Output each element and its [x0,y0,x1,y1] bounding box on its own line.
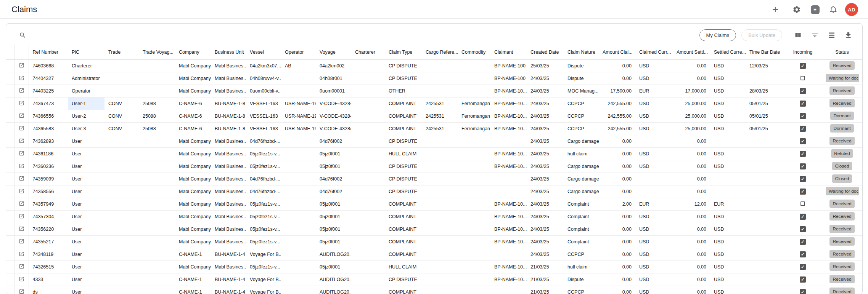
incoming-checkbox[interactable] [800,76,805,80]
cell-commodity [458,261,490,273]
incoming-checkbox[interactable]: ✓ [800,251,806,257]
open-claim-icon[interactable] [19,176,24,181]
column-header-business_unit[interactable]: Business Unit [211,45,246,60]
cell-amount_claimed: 0.00 [599,148,635,160]
column-header-claimed_currency[interactable]: Claimed Curr... [635,45,673,60]
cell-business_unit: Mabl Busines... [211,185,246,198]
open-claim-icon[interactable] [19,75,24,81]
cell-time_bar [746,135,784,148]
cell-amount_claimed: 0.00 [599,261,635,273]
open-claim-icon[interactable] [19,88,24,93]
cell-commodity [458,148,490,160]
open-claim-icon[interactable] [19,276,24,282]
cell-claimed_currency: USD [635,211,673,223]
cell-company: Mabl Company [175,60,211,72]
incoming-checkbox[interactable]: ✓ [800,163,806,169]
cell-status: Received [822,261,862,273]
column-header-claimant[interactable]: Claimant [490,45,527,60]
cell-voyage: V-CODE-43284 [316,123,351,135]
incoming-checkbox[interactable]: ✓ [800,88,806,94]
open-claim-icon[interactable] [19,251,24,257]
incoming-checkbox[interactable]: ✓ [800,63,806,69]
status-badge: Received [829,225,854,233]
open-claim-icon[interactable] [19,62,24,68]
notifications-bell-icon[interactable] [827,3,840,16]
open-claim-icon[interactable] [19,289,24,294]
sparkle-badge-icon[interactable]: ✦ [809,3,821,16]
cell-time_bar [746,185,784,198]
column-header-incoming[interactable]: Incoming [784,45,822,60]
incoming-checkbox[interactable] [800,201,805,206]
open-claim-icon[interactable] [19,238,24,244]
columns-icon[interactable] [791,29,804,41]
incoming-checkbox[interactable]: ✓ [800,151,806,157]
cell-amount_settled: 25,000.00 [673,123,710,135]
column-header-cargo_ref[interactable]: Cargo Refere... [422,45,458,60]
cell-status: Received [822,85,862,97]
column-header-operator[interactable]: Operator [281,45,316,60]
column-header-pic[interactable]: PiC [68,45,104,60]
incoming-checkbox[interactable]: ✓ [800,113,806,119]
column-header-ref[interactable]: Ref Number [29,45,68,60]
open-claim-icon[interactable] [19,125,24,131]
search-icon[interactable] [16,29,29,42]
column-header-commodity[interactable]: Commodity [458,45,490,60]
incoming-checkbox[interactable]: ✓ [800,226,806,232]
my-claims-button[interactable]: My Claims [699,29,736,41]
row-icon-cell [14,248,29,261]
column-header-created[interactable]: Created Date [527,45,564,60]
open-claim-icon[interactable] [19,113,24,118]
cell-trade_voyage [139,248,175,261]
avatar[interactable]: AD [845,3,858,16]
column-header-claim_type[interactable]: Claim Type [385,45,422,60]
cell-amount_settled: 0.00 [673,72,710,85]
open-claim-icon[interactable] [19,213,24,219]
column-header-amount_claimed[interactable]: Amount Clai... [599,45,635,60]
cell-status: Received [822,60,862,72]
row-spacer [6,72,14,85]
open-claim-icon[interactable] [19,264,24,269]
incoming-checkbox[interactable]: ✓ [800,176,806,182]
incoming-checkbox[interactable]: ✓ [800,214,806,220]
cell-commodity [458,173,490,185]
download-icon[interactable] [842,29,855,41]
incoming-checkbox[interactable]: ✓ [800,126,806,132]
cell-claim_type: COMPLAINT [385,236,422,248]
column-header-company[interactable]: Company [175,45,211,60]
column-header-status[interactable]: Status [822,45,862,60]
column-header-charterer[interactable]: Charterer [351,45,385,60]
open-claim-icon[interactable] [19,163,24,169]
open-claim-icon[interactable] [19,226,24,232]
incoming-checkbox[interactable]: ✓ [800,289,806,294]
open-claim-icon[interactable] [19,150,24,156]
bulk-update-button[interactable]: Bulk Update [741,29,782,41]
incoming-checkbox[interactable]: ✓ [800,101,806,107]
open-claim-icon[interactable] [19,100,24,106]
incoming-checkbox[interactable]: ✓ [800,189,806,195]
cell-claimed_currency: USD [635,261,673,273]
incoming-checkbox[interactable]: ✓ [800,276,806,283]
column-header-time_bar[interactable]: Time Bar Date [746,45,784,60]
cell-claim_type: CP DISPUTE [385,173,422,185]
cell-vessel: 05jz0fez1s-v... [246,148,281,160]
column-header-voyage[interactable]: Voyage [316,45,351,60]
incoming-checkbox[interactable]: ✓ [800,138,806,144]
column-header-vessel[interactable]: Vessel [246,45,281,60]
cell-claim_nature: CCPCP [564,248,599,261]
open-claim-icon[interactable] [19,138,24,144]
incoming-checkbox[interactable]: ✓ [800,264,806,270]
row-density-icon[interactable] [825,29,838,41]
column-header-amount_settled[interactable]: Amount Settl... [673,45,710,60]
column-header-claim_nature[interactable]: Claim Nature [564,45,599,60]
cell-amount_settled: 0.00 [673,273,710,286]
open-claim-icon[interactable] [19,188,24,194]
settings-gear-icon[interactable] [790,3,803,16]
add-icon[interactable]: + [769,3,782,16]
incoming-checkbox[interactable]: ✓ [800,239,806,245]
column-header-trade_voyage[interactable]: Trade Voyag... [139,45,175,60]
column-header-trade[interactable]: Trade [104,45,139,60]
filter-icon[interactable] [808,29,821,41]
open-claim-icon[interactable] [19,201,24,206]
cell-cargo_ref [422,72,458,85]
column-header-settled_currency[interactable]: Settled Curre... [710,45,746,60]
